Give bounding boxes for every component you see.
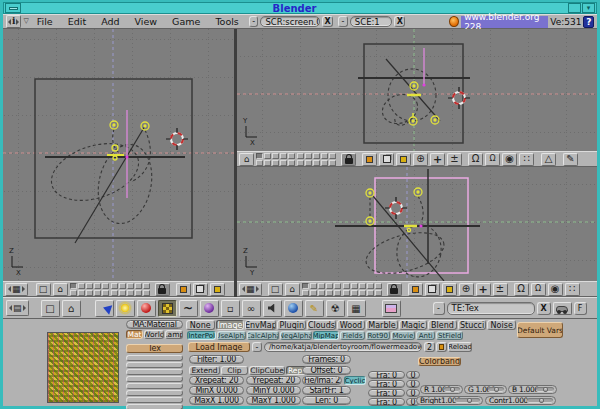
layer-toggle[interactable] (127, 283, 134, 289)
maxx-field[interactable]: MaxX 1.000 (189, 396, 244, 405)
menu-add[interactable]: Add (101, 16, 119, 27)
layer-buttons-2[interactable] (343, 283, 382, 296)
type-marble-button[interactable]: Marble (366, 320, 397, 330)
layer-toggle[interactable] (111, 283, 118, 289)
fie-ima-field[interactable]: Fie/Ima: 2 (302, 376, 342, 385)
layer-toggle[interactable] (326, 290, 333, 296)
g-slider[interactable]: G 1.000 (464, 385, 507, 394)
screen-delete-button[interactable]: X (322, 16, 333, 27)
b-slider[interactable]: B 1.000 (508, 385, 557, 394)
individual-centers-button[interactable]: ∷ (519, 153, 534, 166)
window-type-3d-button[interactable]: ▦ (239, 283, 262, 296)
layer-toggle[interactable] (86, 290, 93, 296)
type-wood-button[interactable]: Wood (337, 320, 366, 330)
texture-buttons-icon[interactable] (158, 300, 177, 317)
menu-collapse-icon[interactable]: ▽ (23, 18, 28, 25)
object-mode-button[interactable] (176, 283, 191, 296)
home-button[interactable]: ⌂ (62, 300, 81, 317)
layer-toggle[interactable] (119, 283, 126, 289)
rotate-view-button[interactable]: Ω (514, 283, 529, 296)
texture-slot[interactable] (126, 355, 183, 361)
world-buttons-icon[interactable] (200, 300, 219, 317)
minx-field[interactable]: MinX 0.000 (189, 386, 244, 395)
layer-toggle[interactable] (297, 153, 304, 159)
layer-toggle[interactable] (272, 153, 279, 159)
fullscreen-button[interactable]: □ (41, 300, 60, 317)
layer-toggle[interactable] (256, 153, 263, 159)
layer-toggle[interactable] (351, 290, 358, 296)
screen-browse-button[interactable]: - (249, 16, 259, 27)
pack-image-button[interactable] (436, 342, 447, 352)
layer-toggle[interactable] (310, 283, 317, 289)
frames-field[interactable]: Frames: 0 (302, 355, 351, 364)
window-menu-button[interactable] (5, 3, 21, 13)
home-view-button[interactable]: ⌂ (239, 153, 254, 166)
scene-buttons-icon[interactable] (284, 300, 303, 317)
extend-button[interactable]: Extend (189, 366, 220, 375)
reload-image-button[interactable]: Reload (448, 342, 472, 352)
texture-slot[interactable] (126, 383, 183, 389)
translate-manipulator-button[interactable]: + (430, 153, 445, 166)
texture-slot[interactable] (126, 404, 183, 409)
r-slider[interactable]: R 1.000 (420, 385, 463, 394)
layer-toggle[interactable] (143, 283, 150, 289)
pivot-cursor-button[interactable]: ◉ (502, 153, 517, 166)
type-image-button[interactable]: Image (216, 320, 245, 330)
layer-toggle[interactable] (256, 160, 263, 166)
bright-slider[interactable]: Bright1.000 (416, 396, 483, 405)
individual-centers-button[interactable]: ∷ (565, 283, 580, 296)
texture-slot[interactable] (126, 397, 183, 403)
menu-file[interactable]: File (37, 16, 53, 27)
viewport-side-canvas[interactable]: Z Y (237, 167, 597, 281)
len-field[interactable]: Len: 0 (302, 396, 351, 405)
opt-stfield-toggle[interactable]: StField (436, 331, 463, 340)
opt-movie-toggle[interactable]: Movie (391, 331, 415, 340)
layer-toggle[interactable] (367, 290, 374, 296)
opt-interpol-toggle[interactable]: InterPol (187, 331, 216, 340)
layer-toggle[interactable] (280, 153, 287, 159)
scene-delete-button[interactable]: X (394, 16, 405, 27)
draw-type-button[interactable] (425, 283, 440, 296)
viewport-top-canvas[interactable]: Y X (237, 29, 597, 151)
maxy-field[interactable]: MaxY 1.000 (246, 396, 301, 405)
tex-channel-button[interactable]: Tex (126, 344, 183, 353)
layer-toggle[interactable] (310, 290, 317, 296)
window-shade-button[interactable]: ▾ (582, 3, 595, 13)
fake-user-button[interactable]: F (574, 302, 587, 315)
layer-toggle[interactable] (127, 290, 134, 296)
layer-toggle[interactable] (329, 153, 336, 159)
layer-toggle[interactable] (302, 283, 309, 289)
texture-slot[interactable] (126, 369, 183, 375)
opt-negalpha-toggle[interactable]: NegAlpha (280, 331, 312, 340)
layer-toggle[interactable] (321, 153, 328, 159)
layer-toggle[interactable] (313, 153, 320, 159)
type-plugin-button[interactable]: Plugin (277, 320, 306, 330)
layer-toggle[interactable] (135, 290, 142, 296)
home-view-button[interactable]: ⌂ (53, 283, 68, 296)
layer-toggle[interactable] (318, 290, 325, 296)
default-vars-button[interactable]: Default Vars (517, 322, 563, 338)
translate-manipulator-button[interactable]: + (476, 283, 491, 296)
layer-toggle[interactable] (318, 283, 325, 289)
home-view-button[interactable]: ⌂ (285, 283, 300, 296)
layer-buttons[interactable] (302, 283, 341, 296)
image-browse-button[interactable]: - (252, 342, 262, 352)
layer-toggle[interactable] (297, 160, 304, 166)
startfr-field[interactable]: StartFr: 1 (302, 386, 351, 395)
zoom-button[interactable]: ± (447, 153, 462, 166)
texture-delete-button[interactable]: X (537, 302, 551, 315)
texture-slot[interactable] (126, 390, 183, 396)
zoom-button[interactable]: ± (493, 283, 508, 296)
layer-toggle[interactable] (313, 160, 320, 166)
context-lamp-button[interactable]: Lamp (165, 330, 183, 339)
edit-buttons-icon[interactable]: ▫ (221, 300, 240, 317)
auto-name-car-button[interactable] (553, 302, 572, 315)
object-mode-button[interactable] (362, 153, 377, 166)
pivot-cursor-button[interactable]: ◉ (548, 283, 563, 296)
layer-toggle[interactable] (86, 283, 93, 289)
rotate-around-button[interactable]: Ω (531, 283, 546, 296)
menu-edit[interactable]: Edit (68, 16, 86, 27)
type-clouds-button[interactable]: Clouds (307, 320, 336, 330)
lock-layers-button[interactable] (341, 153, 356, 166)
opt-rot90-toggle[interactable]: Rot90 (366, 331, 390, 340)
